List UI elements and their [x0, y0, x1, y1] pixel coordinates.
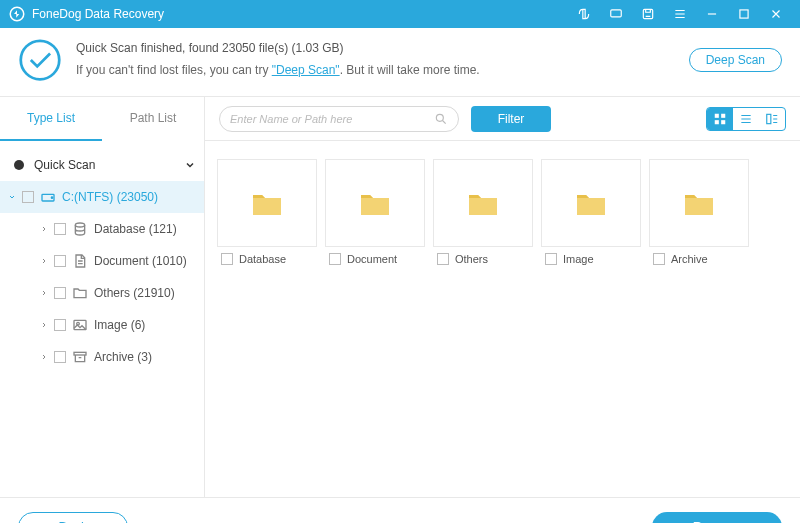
checkmark-icon — [18, 38, 62, 82]
total-size: 1.03 GB — [295, 41, 339, 55]
tree-item-image[interactable]: Image (6) — [0, 309, 204, 341]
drive-icon — [40, 189, 56, 205]
toolbar: Type List Path List Enter Name or Path h… — [0, 97, 800, 141]
checkbox[interactable] — [54, 223, 66, 235]
svg-point-4 — [21, 41, 60, 80]
svg-rect-7 — [721, 113, 725, 117]
folder-label: Archive — [671, 253, 708, 265]
checkbox[interactable] — [54, 351, 66, 363]
svg-rect-6 — [715, 113, 719, 117]
filter-button[interactable]: Filter — [471, 106, 551, 132]
search-icon — [434, 112, 448, 126]
save-icon[interactable] — [632, 0, 664, 28]
feedback-icon[interactable] — [600, 0, 632, 28]
folder-grid: Database Document Others Image Archive — [205, 141, 800, 497]
footer: Back Recover — [0, 497, 800, 523]
folder-others: Others — [431, 159, 535, 265]
chevron-down-icon — [8, 192, 16, 202]
image-icon — [72, 317, 88, 333]
svg-rect-10 — [767, 114, 771, 123]
chevron-right-icon — [40, 288, 48, 298]
sidebar-tabs: Type List Path List — [0, 97, 205, 141]
tree-item-others[interactable]: Others (21910) — [0, 277, 204, 309]
checkbox[interactable] — [221, 253, 233, 265]
titlebar: FoneDog Data Recovery — [0, 0, 800, 28]
folder-icon — [72, 285, 88, 301]
folder-label: Database — [239, 253, 286, 265]
svg-rect-9 — [721, 120, 725, 124]
tree-item-document[interactable]: Document (1010) — [0, 245, 204, 277]
folder-label: Document — [347, 253, 397, 265]
bullet-icon — [14, 160, 24, 170]
view-grid-button[interactable] — [707, 108, 733, 130]
checkbox[interactable] — [545, 253, 557, 265]
svg-point-5 — [436, 114, 443, 121]
sidebar-tree: Quick Scan C:(NTFS) (23050) Database (12… — [0, 141, 205, 497]
folder-thumb[interactable] — [649, 159, 749, 247]
app-title: FoneDog Data Recovery — [32, 7, 164, 21]
svg-point-13 — [75, 223, 84, 227]
checkbox[interactable] — [653, 253, 665, 265]
tree-item-database[interactable]: Database (121) — [0, 213, 204, 245]
checkbox[interactable] — [54, 319, 66, 331]
checkbox[interactable] — [22, 191, 34, 203]
folder-archive: Archive — [647, 159, 751, 265]
deep-scan-link[interactable]: "Deep Scan" — [272, 63, 340, 77]
folder-database: Database — [215, 159, 319, 265]
svg-rect-3 — [740, 10, 748, 18]
maximize-icon[interactable] — [728, 0, 760, 28]
chevron-right-icon — [40, 224, 48, 234]
view-detail-button[interactable] — [759, 108, 785, 130]
tab-type-list[interactable]: Type List — [0, 97, 102, 141]
file-count: 23050 — [222, 41, 255, 55]
back-button[interactable]: Back — [18, 512, 128, 524]
folder-document: Document — [323, 159, 427, 265]
close-icon[interactable] — [760, 0, 792, 28]
folder-label: Image — [563, 253, 594, 265]
checkbox[interactable] — [54, 255, 66, 267]
folder-thumb[interactable] — [217, 159, 317, 247]
view-list-button[interactable] — [733, 108, 759, 130]
tree-root[interactable]: Quick Scan — [0, 149, 204, 181]
tree-drive[interactable]: C:(NTFS) (23050) — [0, 181, 204, 213]
checkbox[interactable] — [329, 253, 341, 265]
folder-thumb[interactable] — [541, 159, 641, 247]
status-message: Quick Scan finished, found 23050 file(s)… — [76, 38, 480, 81]
app-logo — [8, 5, 26, 23]
search-input[interactable]: Enter Name or Path here — [219, 106, 459, 132]
recover-button[interactable]: Recover — [652, 512, 782, 524]
svg-rect-2 — [643, 9, 652, 18]
folder-thumb[interactable] — [433, 159, 533, 247]
document-icon — [72, 253, 88, 269]
database-icon — [72, 221, 88, 237]
deep-scan-button[interactable]: Deep Scan — [689, 48, 782, 72]
folder-image: Image — [539, 159, 643, 265]
tree-item-archive[interactable]: Archive (3) — [0, 341, 204, 373]
chevron-right-icon — [40, 256, 48, 266]
svg-rect-8 — [715, 120, 719, 124]
chevron-down-icon — [184, 159, 196, 171]
status-text-1: Quick Scan finished, found — [76, 41, 222, 55]
svg-rect-16 — [74, 352, 86, 355]
scan-status-banner: Quick Scan finished, found 23050 file(s)… — [0, 28, 800, 97]
view-mode-toggle — [706, 107, 786, 131]
checkbox[interactable] — [54, 287, 66, 299]
search-placeholder: Enter Name or Path here — [230, 113, 434, 125]
menu-icon[interactable] — [664, 0, 696, 28]
folder-label: Others — [455, 253, 488, 265]
svg-point-12 — [51, 197, 52, 198]
folder-thumb[interactable] — [325, 159, 425, 247]
chevron-right-icon — [40, 320, 48, 330]
chevron-right-icon — [40, 352, 48, 362]
share-icon[interactable] — [568, 0, 600, 28]
main-area: Quick Scan C:(NTFS) (23050) Database (12… — [0, 141, 800, 497]
tab-path-list[interactable]: Path List — [102, 97, 204, 141]
minimize-icon[interactable] — [696, 0, 728, 28]
archive-icon — [72, 349, 88, 365]
checkbox[interactable] — [437, 253, 449, 265]
